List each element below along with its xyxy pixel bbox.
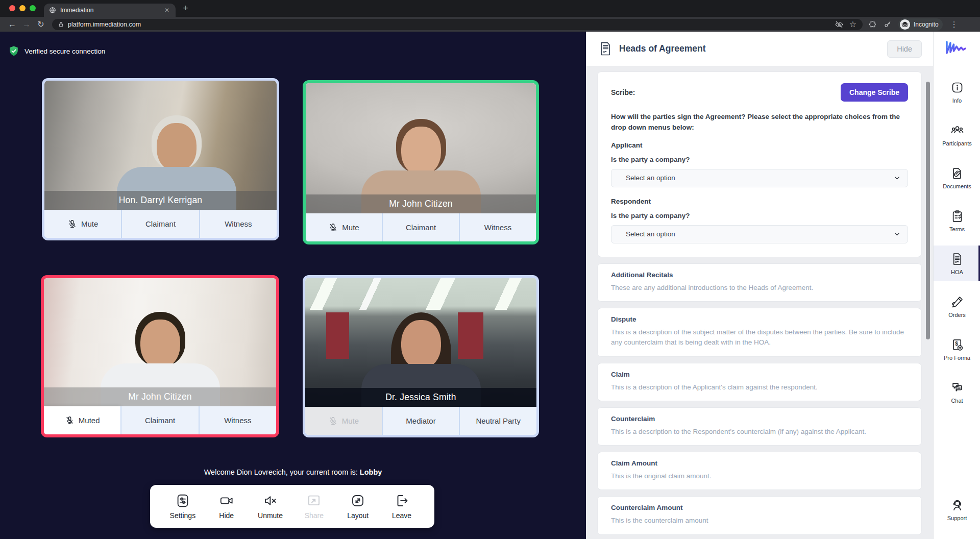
mute-button: Mute [305, 407, 382, 435]
panel-body: Scribe: Change Scribe How will the parti… [586, 66, 933, 539]
tab-close-icon[interactable]: ✕ [163, 7, 170, 14]
sign-question: How will the parties sign the Agreement?… [611, 112, 908, 133]
video-feed [306, 83, 536, 213]
section-counterclaim-amount[interactable]: Counterclaim Amount This is the counterc… [597, 496, 922, 534]
camera-icon [219, 493, 234, 508]
mic-off-icon [67, 219, 77, 229]
settings-sliders-icon [175, 493, 190, 508]
new-tab-button[interactable]: + [183, 3, 188, 14]
participant-name: Mr John Citizen [306, 194, 536, 213]
reload-button[interactable]: ↻ [34, 19, 48, 29]
sidebar-item-terms[interactable]: Terms [934, 199, 980, 242]
panel-hide-button[interactable]: Hide [887, 40, 922, 58]
settings-button[interactable]: Settings [166, 493, 199, 520]
incognito-label: Incognito [914, 21, 939, 28]
back-button[interactable]: ← [5, 20, 19, 29]
participants-icon [950, 124, 964, 137]
participant-name: Dr. Jessica Smith [305, 388, 536, 407]
window-controls [9, 5, 36, 11]
respondent-heading: Respondent [611, 198, 908, 205]
role-button-mediator[interactable]: Mediator [382, 407, 459, 435]
tile-button-row: Muted Claimant Witness [44, 406, 276, 434]
hoa-panel: Heads of Agreement Hide Scribe: Change S… [586, 32, 933, 539]
orders-pen-icon [950, 295, 964, 309]
browser-window: Immediation ✕ + ← → ↻ platform.immediati… [0, 0, 980, 539]
lock-icon [58, 21, 64, 28]
section-claim-amount[interactable]: Claim Amount This is the original claim … [597, 452, 922, 490]
extensions-icon[interactable] [869, 20, 877, 29]
role-button-witness[interactable]: Witness [199, 406, 276, 434]
role-button-witness[interactable]: Witness [199, 210, 277, 238]
sidebar-item-participants[interactable]: Participants [934, 113, 980, 156]
close-window-button[interactable] [9, 5, 15, 11]
role-button-claimant[interactable]: Claimant [121, 210, 199, 238]
scribe-card: Scribe: Change Scribe How will the parti… [597, 71, 922, 257]
chat-bubbles-icon [950, 381, 964, 395]
url-text: platform.immediation.com [68, 21, 835, 28]
mic-off-icon [328, 223, 338, 232]
sidebar-item-documents[interactable]: Documents [934, 156, 980, 199]
mute-button[interactable]: Mute [44, 210, 121, 238]
key-icon[interactable] [884, 20, 892, 29]
sidebar-item-info[interactable]: Info [934, 70, 980, 113]
role-button-witness[interactable]: Witness [459, 213, 536, 241]
documents-paperclip-icon [950, 166, 964, 180]
right-sidebar: Info Participants Documents Terms HOA [933, 32, 980, 539]
terms-clipboard-icon [950, 209, 964, 223]
bookmark-star-icon[interactable]: ☆ [849, 19, 856, 29]
sidebar-item-pro-forma[interactable]: $ Pro Forma [934, 328, 980, 371]
chrome-menu-icon[interactable]: ⋮ [950, 20, 958, 29]
participant-name: Mr John Citizen [44, 387, 276, 406]
sidebar-item-hoa[interactable]: HOA [934, 246, 980, 281]
role-button-neutral-party[interactable]: Neutral Party [459, 407, 536, 435]
forward-button: → [19, 20, 34, 29]
role-button-claimant[interactable]: Claimant [382, 213, 459, 241]
sidebar-item-chat[interactable]: Chat [934, 371, 980, 413]
video-tile: Hon. Darryl Kerrigan Mute Claimant Witne… [42, 78, 279, 240]
unmute-button[interactable]: Unmute [254, 493, 287, 520]
layout-expand-icon [350, 493, 365, 508]
maximize-window-button[interactable] [30, 5, 36, 11]
mic-off-icon [328, 416, 338, 426]
participant-name: Hon. Darryl Kerrigan [44, 191, 277, 210]
browser-tab[interactable]: Immediation ✕ [44, 4, 176, 17]
role-button-claimant[interactable]: Claimant [120, 406, 198, 434]
welcome-message: Welcome Dion Lovrecich, your current roo… [0, 468, 586, 476]
section-claim[interactable]: Claim This is a description of the Appli… [597, 363, 922, 401]
info-icon [950, 81, 964, 94]
tile-button-row: Mute Claimant Witness [306, 213, 536, 241]
hide-camera-button[interactable]: Hide [210, 493, 243, 520]
section-dispute[interactable]: Dispute This is a description of the sub… [597, 308, 922, 357]
address-bar[interactable]: platform.immediation.com ☆ [52, 19, 863, 30]
share-button: Share [298, 493, 330, 520]
mute-button[interactable]: Mute [306, 213, 382, 241]
speaker-muted-icon [263, 493, 278, 508]
eye-off-icon[interactable] [835, 20, 843, 29]
support-headset-icon [950, 498, 964, 512]
video-tile: Mr John Citizen Muted Claimant Witness [41, 275, 279, 437]
pro-forma-invoice-icon: $ [950, 338, 964, 352]
applicant-company-select[interactable]: Select an option [611, 169, 908, 187]
layout-button[interactable]: Layout [341, 493, 374, 520]
chevron-down-icon [894, 231, 900, 237]
browser-toolbar: ← → ↻ platform.immediation.com ☆ Incogni… [0, 17, 980, 32]
video-tile: Mr John Citizen Mute Claimant Witness [303, 80, 539, 244]
respondent-company-question: Is the party a company? [611, 212, 908, 219]
minimize-window-button[interactable] [19, 5, 26, 11]
respondent-company-select[interactable]: Select an option [611, 225, 908, 243]
section-additional-recitals[interactable]: Additional Recitals These are any additi… [597, 263, 922, 302]
immediation-logo [934, 39, 980, 56]
call-control-bar: Settings Hide Unmute Share Layout [150, 485, 434, 528]
leave-button[interactable]: Leave [385, 493, 418, 520]
mute-button[interactable]: Muted [44, 406, 120, 434]
section-counterclaim[interactable]: Counterclaim This is a description to th… [597, 407, 922, 446]
change-scribe-button[interactable]: Change Scribe [841, 83, 908, 102]
sidebar-item-support[interactable]: Support [934, 488, 980, 531]
sidebar-item-orders[interactable]: Orders [934, 285, 980, 328]
panel-header: Heads of Agreement Hide [586, 32, 933, 66]
tile-button-row: Mute Mediator Neutral Party [305, 407, 536, 435]
browser-tabstrip: Immediation ✕ + [0, 0, 980, 17]
incognito-badge: Incognito [898, 18, 943, 31]
panel-scrollbar-thumb[interactable] [926, 82, 930, 339]
applicant-heading: Applicant [611, 141, 908, 149]
